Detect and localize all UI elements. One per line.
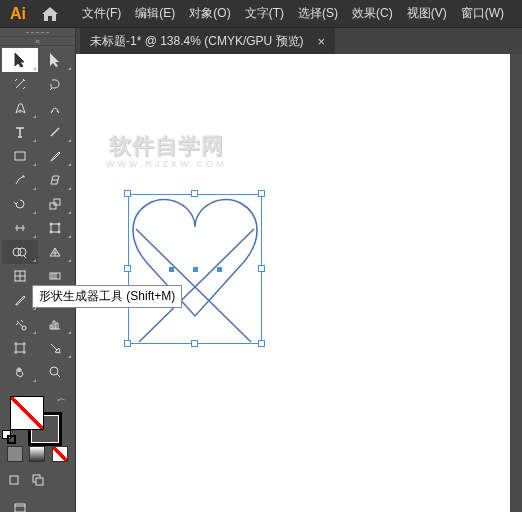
artboard[interactable]: 软件自学网 WWW.RJZXW.COM <box>76 54 510 512</box>
svg-point-5 <box>58 223 60 225</box>
color-mode-gradient[interactable] <box>29 446 45 462</box>
menu-select[interactable]: 选择(S) <box>292 1 344 26</box>
tab-close-icon[interactable]: × <box>318 34 326 49</box>
menu-view[interactable]: 视图(V) <box>401 1 453 26</box>
app-icon-ai: Ai <box>4 0 32 28</box>
handle-top-right[interactable] <box>258 190 265 197</box>
screen-mode-normal[interactable] <box>2 496 38 512</box>
selection-tool[interactable] <box>2 48 38 72</box>
menu-object[interactable]: 对象(O) <box>183 1 236 26</box>
perspective-grid-tool[interactable] <box>38 240 74 264</box>
color-mode-none[interactable] <box>52 446 68 462</box>
magic-wand-tool[interactable] <box>2 72 38 96</box>
svg-rect-2 <box>54 199 60 205</box>
eraser-tool[interactable] <box>38 168 74 192</box>
watermark-sub: WWW.RJZXW.COM <box>106 159 226 169</box>
handle-bottom-left[interactable] <box>124 340 131 347</box>
paintbrush-tool[interactable] <box>38 144 74 168</box>
svg-point-4 <box>50 223 52 225</box>
draw-inside-mode[interactable] <box>49 468 73 492</box>
hand-tool[interactable] <box>2 360 38 384</box>
canvas-area[interactable]: 软件自学网 WWW.RJZXW.COM <box>76 54 522 512</box>
svg-rect-17 <box>10 476 18 484</box>
shape-builder-tool[interactable] <box>2 240 38 264</box>
menu-type[interactable]: 文字(T) <box>239 1 290 26</box>
menubar: Ai 文件(F) 编辑(E) 对象(O) 文字(T) 选择(S) 效果(C) 视… <box>0 0 522 28</box>
line-segment-tool[interactable] <box>38 120 74 144</box>
screen-mode-blank <box>38 496 74 512</box>
draw-behind-mode[interactable] <box>26 468 50 492</box>
screen-mode-row-2 <box>0 494 75 512</box>
curvature-tool[interactable] <box>38 96 74 120</box>
draw-normal-mode[interactable] <box>2 468 26 492</box>
color-mode-row <box>0 446 75 466</box>
pen-tool[interactable] <box>2 96 38 120</box>
direct-selection-tool[interactable] <box>38 48 74 72</box>
default-colors-icon[interactable] <box>2 430 18 444</box>
zoom-tool[interactable] <box>38 360 74 384</box>
panel-collapse-toggle[interactable]: « <box>0 36 75 46</box>
tabbar: 未标题-1* @ 138.4% (CMYK/GPU 预览) × <box>0 28 522 54</box>
symbol-sprayer-tool[interactable] <box>2 312 38 336</box>
watermark-main: 软件自学网 <box>106 131 226 161</box>
color-mode-solid[interactable] <box>7 446 23 462</box>
panel-drag-handle[interactable] <box>0 28 75 36</box>
svg-rect-3 <box>51 224 59 232</box>
tab-title: 未标题-1* @ 138.4% (CMYK/GPU 预览) <box>90 33 304 50</box>
home-icon[interactable] <box>36 0 64 28</box>
lasso-tool[interactable] <box>38 72 74 96</box>
tools-panel: « <box>0 28 76 512</box>
tooltip-text: 形状生成器工具 (Shift+M) <box>39 289 175 303</box>
scale-tool[interactable] <box>38 192 74 216</box>
svg-rect-15 <box>16 344 24 352</box>
svg-rect-20 <box>15 504 25 512</box>
svg-point-16 <box>50 367 58 375</box>
svg-point-14 <box>22 326 26 330</box>
anchor-point[interactable] <box>169 267 174 272</box>
handle-bottom-mid[interactable] <box>191 340 198 347</box>
selected-shape[interactable] <box>128 194 262 344</box>
handle-bottom-right[interactable] <box>258 340 265 347</box>
handle-mid-right[interactable] <box>258 265 265 272</box>
svg-rect-0 <box>15 152 25 160</box>
tool-tooltip: 形状生成器工具 (Shift+M) <box>32 285 182 308</box>
tools-grid <box>0 46 75 386</box>
handle-mid-left[interactable] <box>124 265 131 272</box>
svg-rect-1 <box>50 203 56 209</box>
svg-rect-19 <box>36 478 43 485</box>
column-graph-tool[interactable] <box>38 312 74 336</box>
type-tool[interactable] <box>2 120 38 144</box>
menu-window[interactable]: 窗口(W) <box>455 1 510 26</box>
slice-tool[interactable] <box>38 336 74 360</box>
free-transform-tool[interactable] <box>38 216 74 240</box>
menu-edit[interactable]: 编辑(E) <box>129 1 181 26</box>
menu-effect[interactable]: 效果(C) <box>346 1 399 26</box>
rectangle-tool[interactable] <box>2 144 38 168</box>
svg-point-7 <box>58 231 60 233</box>
svg-point-9 <box>18 248 26 256</box>
fill-color-swatch[interactable] <box>10 396 44 430</box>
artboard-tool[interactable] <box>2 336 38 360</box>
menu-file[interactable]: 文件(F) <box>76 1 127 26</box>
svg-point-6 <box>50 231 52 233</box>
handle-top-mid[interactable] <box>191 190 198 197</box>
screen-mode-row <box>0 466 75 494</box>
handle-top-left[interactable] <box>124 190 131 197</box>
width-tool[interactable] <box>2 216 38 240</box>
shaper-tool[interactable] <box>2 168 38 192</box>
color-section: ⤺ <box>0 392 75 444</box>
document-tab[interactable]: 未标题-1* @ 138.4% (CMYK/GPU 预览) × <box>80 28 335 54</box>
rotate-tool[interactable] <box>2 192 38 216</box>
menu-items: 文件(F) 编辑(E) 对象(O) 文字(T) 选择(S) 效果(C) 视图(V… <box>76 1 510 26</box>
anchor-point[interactable] <box>217 267 222 272</box>
swap-colors-icon[interactable]: ⤺ <box>57 394 65 405</box>
watermark: 软件自学网 WWW.RJZXW.COM <box>106 131 226 169</box>
center-point <box>193 267 198 272</box>
